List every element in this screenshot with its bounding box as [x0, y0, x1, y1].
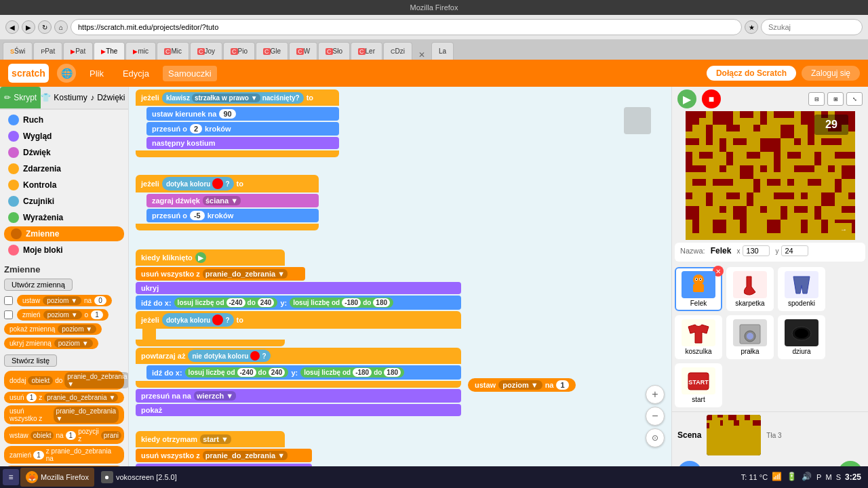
tab-dzwieki[interactable]: ♪ Dźwięki	[87, 87, 128, 108]
tab-10[interactable]: C Sło	[318, 42, 350, 60]
tab-1[interactable]: P Pat	[33, 42, 62, 60]
tab-close-btn[interactable]: ✕	[413, 50, 431, 60]
list-block-zamien[interactable]: zamień 1 z pranie_do_zebrania na	[4, 446, 124, 464]
bookmark-btn[interactable]: ★	[745, 20, 758, 34]
sprite-x-input[interactable]	[743, 245, 770, 256]
var-pokaz-block[interactable]: pokaż zmienną poziom ▼	[4, 323, 102, 335]
scratch-nav-plik[interactable]: Plik	[84, 66, 109, 81]
tab-2[interactable]: ▶ Pat	[63, 42, 93, 60]
cat-czujniki[interactable]: Czujniki	[4, 194, 124, 209]
stage-small-btn[interactable]: ⊟	[808, 92, 825, 106]
sprite-thumb-start[interactable]: START start	[675, 363, 722, 407]
stage-full-btn[interactable]: ⤡	[846, 92, 863, 106]
var-check-poziom[interactable]	[4, 296, 13, 305]
block-jezeli-arrow[interactable]: jeżeli klawisz strzałka w prawo ▼ naciśn…	[136, 89, 339, 106]
tab-4[interactable]: ▶ mic	[125, 42, 156, 60]
cat-wyrazenia[interactable]: Wyrażenia	[4, 210, 124, 225]
create-variable-btn[interactable]: Utwórz zmienną	[4, 279, 73, 291]
tab-3[interactable]: ▶ The	[94, 42, 125, 60]
tab-6[interactable]: C Joy	[190, 42, 222, 60]
block-powtarzaj-az[interactable]: powtarzaj aż nie dotyka koloru ?	[136, 348, 461, 364]
tab-11[interactable]: C Ler	[351, 42, 382, 60]
block-kiedy-otrzymam[interactable]: kiedy otrzymam start ▼	[136, 431, 285, 447]
zoom-out-btn[interactable]: −	[646, 407, 665, 426]
cat-zmienne[interactable]: Zmienne	[4, 226, 124, 241]
svg-rect-92	[707, 423, 709, 428]
list-block-wstaw[interactable]: wstaw obiekt na 1 pozycji z prani	[4, 426, 124, 444]
zoom-reset-btn[interactable]: ⊙	[646, 428, 665, 447]
block-ustaw-poziom-float[interactable]: ustaw poziom ▼ na 1	[468, 378, 576, 392]
tab-kostiumy[interactable]: 👕 Kostiumy	[41, 87, 87, 108]
taskbar-item-firefox[interactable]: 🦊 Mozilla Firefox	[20, 468, 94, 487]
block-ustaw-kierunek[interactable]: ustaw kierunek na 90	[146, 107, 339, 121]
list-block-usun[interactable]: usuń 1 z pranie_do_zebrania ▼	[4, 392, 124, 403]
stop-btn[interactable]: ■	[702, 89, 721, 108]
cat-wyglad[interactable]: Wygląd	[4, 129, 124, 144]
stage-normal-btn[interactable]: ⊞	[827, 92, 844, 106]
block-usun-wszystko-list[interactable]: usuń wszystko z pranie_do_zebrania ▼	[136, 267, 305, 281]
cat-zdarzenia[interactable]: Zdarzenia	[4, 161, 124, 176]
home-btn[interactable]: ⌂	[54, 20, 68, 34]
address-bar[interactable]	[71, 19, 742, 35]
scratch-globe[interactable]: 🌐	[57, 64, 76, 83]
taskbar-start-btn[interactable]: ≡	[3, 469, 19, 485]
block-zagraj-dzwiek[interactable]: zagraj dźwięk ściana ▼	[146, 194, 319, 207]
sprite-thumb-pralka[interactable]: prałka	[726, 315, 774, 359]
sprite-thumb-dziura[interactable]: dziura	[778, 315, 825, 359]
taskbar-item-vokoscreen[interactable]: ⏺ vokoscreen [2.5.0]	[96, 468, 182, 487]
block-klawisz-input[interactable]: klawisz strzałka w prawo ▼ naciśnięty?	[162, 92, 304, 104]
tab-13[interactable]: La	[431, 42, 454, 60]
list-block-usun-wszystko[interactable]: usuń wszystko z pranie_do_zebrania ▼	[4, 405, 124, 424]
tab-0[interactable]: S Świ	[3, 42, 33, 60]
tab-favicon-11: C	[358, 48, 366, 55]
var-zmien-block[interactable]: zmień poziom ▼ o 1	[17, 309, 108, 321]
var-check-zmien[interactable]	[4, 310, 13, 319]
cat-kontrola[interactable]: Kontrola	[4, 178, 124, 192]
tab-script[interactable]: ✏ Skrypt	[0, 87, 41, 108]
block-usun-wszystko2[interactable]: usuń wszystko z pranie_do_zebrania ▼	[136, 449, 312, 462]
var-ustaw-poziom-block[interactable]: ustaw poziom ▼ na 0	[17, 295, 112, 306]
create-list-btn[interactable]: Stwórz listę	[4, 354, 57, 367]
search-input[interactable]	[761, 19, 863, 35]
scratch-nav-samouczki[interactable]: Samouczki	[163, 66, 217, 81]
block-idz-do-random[interactable]: idź do x: losuj liczbę od -240 do 240 y:…	[136, 296, 461, 310]
forward-btn[interactable]: ▶	[22, 20, 35, 34]
cat-ruch[interactable]: Ruch	[4, 113, 124, 127]
block-pokaz[interactable]: pokaż	[136, 404, 461, 416]
list-block-dodaj[interactable]: dodaj obiekt do pranie_do_zebrania ▼	[4, 371, 124, 390]
block-przesun-2[interactable]: przesuń o 2 kroków	[146, 122, 339, 136]
var-ukryj-block[interactable]: ukryj zmienną poziom ▼	[4, 338, 98, 349]
block-ukryj-1[interactable]: ukryj	[136, 282, 461, 294]
sprite-thumb-koszulka[interactable]: koszulka	[675, 315, 722, 359]
scratch-join-btn[interactable]: Dołącz do Scratch	[707, 66, 796, 81]
block-kiedy-flag[interactable]: kiedy kliknięto ▶	[136, 249, 285, 266]
sprite-thumb-felek[interactable]: ✕ Felek	[675, 267, 722, 311]
cat-moje-bloki[interactable]: Moje bloki	[4, 243, 124, 258]
back-btn[interactable]: ◀	[5, 20, 19, 34]
block-jezeli-kolor2[interactable]: jeżeli dotyka koloru ? to	[136, 311, 461, 329]
block-przesun-minus5[interactable]: przesuń o -5 kroków	[146, 209, 319, 222]
tab-12[interactable]: C Dzi	[383, 42, 412, 60]
sprite-y-input[interactable]	[781, 245, 808, 256]
scratch-signin-btn[interactable]: Zaloguj się	[802, 66, 860, 81]
cat-dot-zmienne	[11, 228, 22, 239]
sprite-thumb-skarpetka[interactable]: skarpetka	[726, 267, 774, 311]
block-przesun-wierzch[interactable]: przesuń na na wierzch ▼	[136, 389, 461, 403]
scratch-logo[interactable]: scratch	[8, 64, 49, 83]
green-flag-btn[interactable]: ▶	[677, 89, 696, 108]
refresh-btn[interactable]: ↻	[38, 20, 52, 34]
svg-rect-22	[760, 138, 781, 152]
cat-dzwiek[interactable]: Dźwięk	[4, 145, 124, 160]
block-nastepny-kostium[interactable]: następny kostium	[146, 137, 339, 149]
taskbar: ≡ 🦊 Mozilla Firefox ⏺ vokoscreen [2.5.0]…	[0, 466, 868, 488]
sprite-thumb-spodenki[interactable]: spodenki	[778, 267, 825, 311]
tab-9[interactable]: C W	[289, 42, 317, 60]
tab-7[interactable]: C Pio	[223, 42, 255, 60]
scene-thumb[interactable]	[707, 415, 761, 455]
scratch-nav-edycja[interactable]: Edycja	[117, 66, 155, 81]
block-idz-inner[interactable]: idź do x: losuj liczbę od -240 do 240 y:…	[146, 365, 461, 380]
block-jezeli-kolor[interactable]: jeżeli dotyka koloru ? to	[136, 175, 319, 192]
tab-8[interactable]: C Gle	[256, 42, 288, 60]
zoom-in-btn[interactable]: +	[646, 385, 665, 404]
tab-5[interactable]: C Mic	[157, 42, 189, 60]
